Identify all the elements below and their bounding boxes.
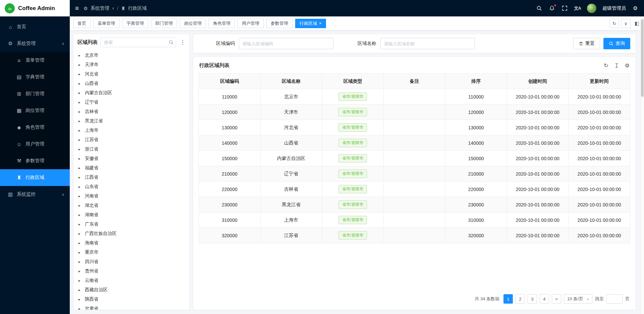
tree-item[interactable]: ▸湖南省 xyxy=(73,210,189,219)
sidebar-item-post[interactable]: ▦岗位管理 xyxy=(0,102,70,119)
sidebar-item-menu[interactable]: ≡菜单管理 xyxy=(0,52,70,69)
jump-page-input[interactable] xyxy=(606,294,623,304)
tree-arrow-icon[interactable]: ▸ xyxy=(78,147,82,151)
tree-arrow-icon[interactable]: ▸ xyxy=(78,138,82,142)
tree-arrow-icon[interactable]: ▸ xyxy=(78,119,82,123)
breadcrumb-root[interactable]: 系统管理 xyxy=(91,5,109,11)
page-button-4[interactable]: 4 xyxy=(540,294,549,304)
avatar[interactable] xyxy=(587,4,596,13)
sidebar-item-monitor[interactable]: ▥系统监控∨ xyxy=(0,186,70,203)
tree-item[interactable]: ▸辽宁省 xyxy=(73,98,189,107)
tree-item[interactable]: ▸天津市 xyxy=(73,60,189,69)
column-width-icon[interactable] xyxy=(614,63,619,68)
tree-arrow-icon[interactable]: ▸ xyxy=(78,185,82,189)
tree-arrow-icon[interactable]: ▸ xyxy=(78,128,82,133)
tree-item[interactable]: ▸西藏自治区 xyxy=(73,285,189,295)
tree-item[interactable]: ▸海南省 xyxy=(73,238,189,248)
window-scrollbar[interactable] xyxy=(640,16,644,314)
tree-arrow-icon[interactable]: ▸ xyxy=(78,100,82,105)
tree-arrow-icon[interactable]: ▸ xyxy=(78,72,82,76)
sidebar-item-system[interactable]: ⚙系统管理∧ xyxy=(0,35,70,52)
tree-arrow-icon[interactable]: ▸ xyxy=(78,110,82,114)
fullscreen-icon[interactable] xyxy=(561,5,568,12)
tab-dept[interactable]: 部门管理 xyxy=(151,19,177,28)
tree-item[interactable]: ▸湖北省 xyxy=(73,201,189,210)
tree-arrow-icon[interactable]: ▸ xyxy=(78,63,82,67)
tree-arrow-icon[interactable]: ▸ xyxy=(78,222,82,227)
tab-post[interactable]: 岗位管理 xyxy=(180,19,206,28)
tab-region[interactable]: 行政区域× xyxy=(295,19,326,28)
tree-arrow-icon[interactable]: ▸ xyxy=(78,241,82,245)
search-icon[interactable] xyxy=(169,40,174,45)
tree-arrow-icon[interactable]: ▸ xyxy=(78,250,82,255)
settings-gear-icon[interactable]: ⚙ xyxy=(632,5,639,12)
tree-item[interactable]: ▸广东省 xyxy=(73,219,189,229)
sidebar-item-dept[interactable]: ⊞部门管理 xyxy=(0,85,70,102)
tree-item[interactable]: ▸江苏省 xyxy=(73,135,189,144)
tree-arrow-icon[interactable]: ▸ xyxy=(78,232,82,236)
search-button[interactable]: 查询 xyxy=(603,38,630,49)
tree-item[interactable]: ▸内蒙古自治区 xyxy=(73,88,189,98)
scrollbar-thumb[interactable] xyxy=(641,19,644,97)
tree-item[interactable]: ▸安徽省 xyxy=(73,154,189,163)
next-page-button[interactable]: > xyxy=(552,294,561,304)
tree-item[interactable]: ▸贵州省 xyxy=(73,266,189,276)
tree-arrow-icon[interactable]: ▸ xyxy=(78,297,82,302)
tree-item[interactable]: ▸上海市 xyxy=(73,126,189,135)
tree-arrow-icon[interactable]: ▸ xyxy=(78,175,82,180)
tree-item[interactable]: ▸北京市 xyxy=(73,51,189,60)
region-code-input[interactable] xyxy=(239,38,333,49)
tree-item[interactable]: ▸云南省 xyxy=(73,276,189,285)
tree-arrow-icon[interactable]: ▸ xyxy=(78,213,82,217)
tab-user[interactable]: 用户管理 xyxy=(237,19,264,28)
tree-arrow-icon[interactable]: ▸ xyxy=(78,53,82,58)
tree-search-input[interactable] xyxy=(100,38,176,47)
region-name-input[interactable] xyxy=(380,38,475,49)
layout-panel-icon[interactable]: ◧ xyxy=(635,20,639,26)
tree-item[interactable]: ▸广西壮族自治区 xyxy=(73,229,189,238)
tree-arrow-icon[interactable]: ▸ xyxy=(78,91,82,95)
tree-arrow-icon[interactable]: ▸ xyxy=(78,166,82,170)
tree-item[interactable]: ▸重庆市 xyxy=(73,248,189,257)
tree-item[interactable]: ▸山西省 xyxy=(73,79,189,88)
refresh-tab-icon[interactable]: ↻ xyxy=(610,19,619,28)
tree-item[interactable]: ▸福建省 xyxy=(73,163,189,173)
tree-arrow-icon[interactable]: ▸ xyxy=(78,260,82,264)
page-button-1[interactable]: 1 xyxy=(503,294,513,304)
tab-dict[interactable]: 字典管理 xyxy=(122,19,148,28)
more-options-icon[interactable]: ⋮ xyxy=(179,39,186,46)
bell-icon[interactable] xyxy=(549,5,555,12)
sidebar-item-role[interactable]: ☻角色管理 xyxy=(0,119,70,136)
tree-arrow-icon[interactable]: ▸ xyxy=(78,81,82,86)
tree-item[interactable]: ▸河北省 xyxy=(73,69,189,79)
tree-arrow-icon[interactable]: ▸ xyxy=(78,269,82,273)
reset-button[interactable]: 重置 xyxy=(573,38,600,49)
tab-param[interactable]: 参数管理 xyxy=(266,19,292,28)
tree-arrow-icon[interactable]: ▸ xyxy=(78,288,82,292)
tabs-dropdown-icon[interactable]: ∨ xyxy=(621,19,631,28)
sidebar-collapse-icon[interactable]: ≡ xyxy=(75,5,79,12)
sidebar-item-region[interactable]: ♜行政区域 xyxy=(0,169,70,186)
tree-item[interactable]: ▸浙江省 xyxy=(73,144,189,154)
page-button-3[interactable]: 3 xyxy=(528,294,537,304)
tree-item[interactable]: ▸河南省 xyxy=(73,191,189,201)
tree-arrow-icon[interactable]: ▸ xyxy=(78,194,82,198)
tab-role[interactable]: 角色管理 xyxy=(209,19,235,28)
sidebar-item-home[interactable]: ⌂首页 xyxy=(0,18,70,35)
sidebar-item-user[interactable]: ☺用户管理 xyxy=(0,136,70,152)
tree-item[interactable]: ▸黑龙江省 xyxy=(73,116,189,126)
tree-arrow-icon[interactable]: ▸ xyxy=(78,307,82,310)
page-button-2[interactable]: 2 xyxy=(516,294,525,304)
translate-icon[interactable]: 文A xyxy=(574,5,581,11)
tree-item[interactable]: ▸四川省 xyxy=(73,257,189,266)
user-name[interactable]: 超级管理员 xyxy=(602,5,626,11)
close-icon[interactable]: × xyxy=(319,21,322,25)
tree-item[interactable]: ▸吉林省 xyxy=(73,107,189,116)
tree-arrow-icon[interactable]: ▸ xyxy=(78,278,82,283)
tree-arrow-icon[interactable]: ▸ xyxy=(78,156,82,161)
tab-home[interactable]: 首页 xyxy=(73,19,91,28)
page-size-select[interactable]: 10 条/页 ∨ xyxy=(564,294,592,304)
table-settings-icon[interactable]: ⚙ xyxy=(625,62,630,69)
tab-menu[interactable]: 菜单管理 xyxy=(93,19,119,28)
search-icon[interactable] xyxy=(536,5,543,12)
